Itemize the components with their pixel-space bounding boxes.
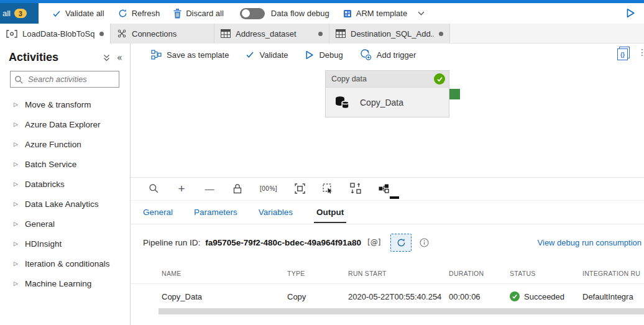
category-general[interactable]: ▷General — [0, 214, 129, 234]
category-label: Data Lake Analytics — [25, 199, 99, 209]
add-trigger-button[interactable]: Add trigger — [360, 49, 416, 60]
tab-general[interactable]: General — [143, 201, 173, 223]
save-as-template-button[interactable]: Save as template — [151, 50, 229, 60]
show-lineage-button[interactable] — [378, 184, 389, 193]
auto-align-button[interactable] — [350, 183, 361, 194]
cell-name: Copy_Data — [162, 292, 287, 301]
category-databricks[interactable]: ▷Databricks — [0, 174, 129, 194]
tab-label: Connections — [132, 29, 177, 39]
category-machine-learning[interactable]: ▷Machine Learning — [0, 273, 129, 293]
data-flow-debug-toggle[interactable] — [240, 8, 265, 19]
zoom-out-button[interactable]: — — [204, 184, 215, 193]
bottom-panel: General Parameters Variables Output Pipe… — [131, 200, 644, 325]
play-icon[interactable] — [625, 8, 635, 18]
connections-icon — [117, 29, 127, 39]
category-iteration-conditionals[interactable]: ▷Iteration & conditionals — [0, 254, 129, 273]
code-icon: {} — [620, 52, 625, 58]
succeeded-check-icon — [510, 291, 520, 301]
column-run-start: RUN START — [348, 270, 449, 277]
column-type: TYPE — [287, 270, 348, 277]
column-status: STATUS — [510, 270, 582, 277]
category-batch-service[interactable]: ▷Batch Service — [0, 154, 129, 174]
chevron-right-icon: ▷ — [14, 281, 18, 286]
zoom-search-button[interactable] — [148, 183, 159, 193]
tab-destination-dataset[interactable]: Destination_SQL_Add... — [329, 24, 450, 43]
data-flow-debug-label: Data flow debug — [271, 9, 329, 18]
toggle-knob — [242, 9, 250, 17]
trash-icon — [173, 9, 182, 19]
category-move-transform[interactable]: ▷Move & transform — [0, 94, 129, 114]
tab-label: LoadData-BlobToSql... — [22, 29, 94, 39]
fit-to-canvas-button[interactable] — [294, 183, 305, 194]
category-azure-data-explorer[interactable]: ▷Azure Data Explorer — [0, 114, 129, 134]
arm-template-label: ARM template — [356, 9, 407, 18]
category-data-lake-analytics[interactable]: ▷Data Lake Analytics — [0, 194, 129, 214]
copy-data-icon — [334, 95, 351, 110]
arm-template-menu[interactable]: ARM template — [343, 9, 407, 18]
debug-label: Debug — [319, 50, 343, 60]
category-azure-function[interactable]: ▷Azure Function — [0, 134, 129, 154]
category-label: Iteration & conditionals — [25, 259, 110, 268]
discard-all-label: Discard all — [186, 9, 224, 18]
search-activities-input[interactable] — [27, 74, 115, 85]
canvas-zoom-toolbar: + — [00%] — [131, 177, 644, 199]
play-icon — [305, 50, 314, 60]
template-icon — [151, 50, 162, 60]
lock-canvas-button[interactable] — [232, 183, 243, 194]
tab-label: Destination_SQL_Add... — [351, 29, 434, 39]
run-table-row[interactable]: Copy_Data Copy 2020-05-22T00:55:40.254 0… — [131, 284, 644, 309]
cell-status: Succeeded — [510, 291, 582, 301]
activity-type-label: Copy data — [331, 75, 367, 83]
tab-pipeline[interactable]: LoadData-BlobToSql... — [0, 24, 111, 44]
tab-connections[interactable]: Connections — [111, 24, 214, 43]
collapse-all-icon[interactable] — [103, 53, 111, 62]
arm-template-icon — [343, 9, 352, 18]
pipeline-toolbar: Save as template Validate Debug Add trig… — [131, 43, 644, 66]
overflow-menu-icon[interactable]: ⋮ — [638, 47, 644, 57]
refresh-label: Refresh — [132, 9, 160, 18]
refresh-button[interactable]: Refresh — [118, 9, 160, 18]
activity-name: Copy_Data — [360, 98, 403, 108]
activities-sidebar: Activities « ▷Move & transform ▷Azure Da… — [0, 43, 131, 325]
refresh-output-button[interactable] — [390, 234, 412, 252]
debug-button[interactable]: Debug — [305, 50, 343, 60]
copy-data-activity-node[interactable]: Copy data Copy_Data — [325, 70, 449, 117]
category-label: General — [25, 219, 55, 229]
validate-all-label: Validate all — [65, 9, 104, 18]
horizontal-scrollbar[interactable] — [159, 308, 644, 314]
chevron-right-icon: ▷ — [14, 102, 18, 108]
collapse-panel-icon[interactable]: « — [117, 52, 122, 63]
zoom-in-button[interactable]: + — [176, 183, 187, 195]
cell-type: Copy — [287, 292, 348, 301]
panel-tabs: General Parameters Variables Output — [131, 201, 644, 224]
validate-button[interactable]: Validate — [246, 50, 288, 60]
category-label: HDInsight — [25, 239, 62, 249]
dataset-table-icon — [221, 29, 231, 38]
validate-all-button[interactable]: Validate all — [52, 9, 104, 18]
category-hdinsight[interactable]: ▷HDInsight — [0, 234, 129, 254]
save-as-template-label: Save as template — [167, 50, 229, 60]
zoom-reset-button[interactable]: [00%] — [260, 185, 277, 192]
tab-parameters[interactable]: Parameters — [194, 201, 237, 223]
pipeline-run-row: Pipeline run ID: fa95705e-79f2-480c-bdec… — [131, 230, 644, 255]
view-debug-run-consumption-link[interactable]: View debug run consumption — [538, 238, 642, 247]
column-name: NAME — [162, 270, 287, 277]
chevron-right-icon: ▷ — [14, 261, 18, 267]
validate-label: Validate — [259, 50, 288, 60]
tab-variables[interactable]: Variables — [259, 201, 293, 223]
chevron-down-icon[interactable] — [417, 9, 425, 17]
multi-select-button[interactable] — [322, 183, 333, 194]
publish-all-button[interactable]: all 3 — [0, 3, 39, 24]
view-code-button[interactable]: {} — [617, 48, 628, 60]
add-trigger-label: Add trigger — [377, 50, 416, 60]
category-label: Batch Service — [25, 160, 76, 169]
info-icon[interactable] — [420, 238, 429, 247]
pipeline-canvas[interactable]: Copy data Copy_Data — [131, 66, 644, 177]
tab-output[interactable]: Output — [314, 201, 346, 223]
panel-resize-handle[interactable] — [390, 196, 399, 199]
chevron-right-icon: ▷ — [14, 241, 18, 247]
discard-all-button[interactable]: Discard all — [173, 9, 224, 19]
copy-run-id-icon[interactable]: [@] — [367, 238, 380, 247]
tab-address-dataset[interactable]: Address_dataset — [214, 24, 329, 43]
output-connector-port[interactable] — [449, 89, 460, 99]
